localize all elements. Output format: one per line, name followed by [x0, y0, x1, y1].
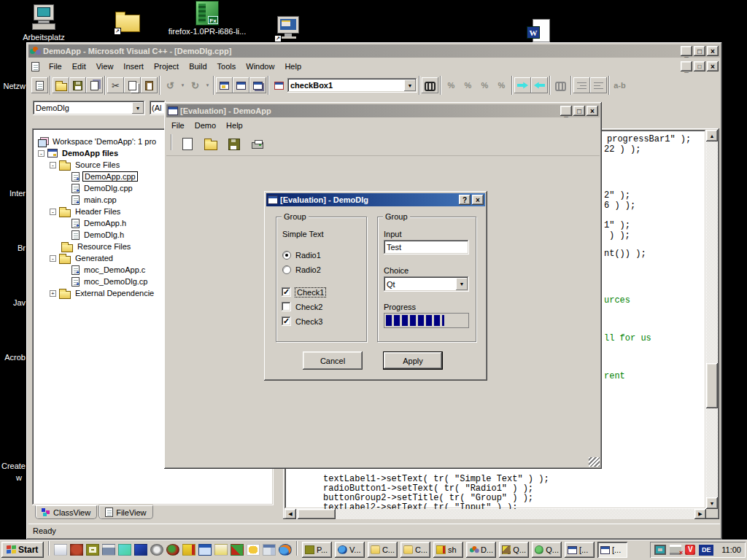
trace-into-button[interactable]: % [443, 77, 460, 93]
radio-button-icon[interactable] [282, 251, 291, 260]
undo-dropdown[interactable]: ▼ [179, 77, 187, 93]
menu-view[interactable]: View [91, 61, 119, 71]
wizard-member-combo[interactable]: checkBox1 ▼ [287, 78, 417, 93]
members-combo[interactable]: (Al [150, 101, 166, 115]
desktop-label-w[interactable]: w [0, 473, 22, 482]
input-field[interactable] [384, 240, 469, 254]
combo-dropdown-button[interactable]: ▼ [456, 278, 468, 290]
taskbar-window-q1[interactable]: Q... [499, 542, 529, 558]
undo-button[interactable]: ↺ [162, 77, 179, 93]
editor-horizontal-scrollbar[interactable]: ◀ ▶ [285, 509, 706, 519]
tree-item-main-cpp[interactable]: main.cpp [71, 194, 118, 206]
menu-file[interactable]: File [166, 120, 190, 131]
class-combo[interactable]: DemoDlg ▼ [33, 101, 145, 115]
taskbar-window-d[interactable]: D... [466, 542, 496, 558]
browser-globe-icon[interactable] [279, 544, 292, 556]
tree-expander[interactable]: - [50, 162, 56, 168]
main-title-bar[interactable]: DemoApp - Microsoft Visual C++ - [DemoDl… [28, 44, 720, 58]
firefox-installer-icon[interactable]: Fx [194, 1, 220, 27]
wizard-bar-icon[interactable] [271, 77, 287, 93]
spreadsheet-icon[interactable] [263, 544, 276, 556]
menu-project[interactable]: Project [149, 61, 184, 71]
desktop-label-acrob[interactable]: Acrob [0, 353, 26, 362]
run-to-cursor-button[interactable]: % [493, 77, 510, 93]
check2-option[interactable]: Check2 [282, 302, 322, 311]
close-button[interactable]: × [587, 106, 598, 116]
maximize-button[interactable]: □ [694, 46, 705, 56]
cut-button[interactable]: ✂ [107, 77, 124, 93]
taskbar-window-sh[interactable]: sh [433, 542, 463, 558]
apply-button[interactable]: Apply [383, 351, 443, 370]
checkbox-icon[interactable]: ✓ [282, 316, 291, 326]
scroll-down-button[interactable]: ▼ [706, 497, 718, 509]
taskbar-window-q2[interactable]: Q... [532, 542, 562, 558]
dark-globe-icon[interactable] [166, 544, 179, 556]
tree-expander[interactable]: + [50, 290, 56, 297]
tree-item-moc-demoapp[interactable]: moc_DemoApp.c [71, 264, 147, 276]
combo-dropdown-button[interactable]: ▼ [404, 79, 416, 91]
tree-item-demodlg-h[interactable]: DemoDlg.h [71, 229, 125, 241]
desktop-label-create[interactable]: Create [0, 462, 26, 470]
menu-window[interactable]: Window [241, 61, 279, 71]
tab-classview[interactable]: ClassView [35, 505, 97, 519]
maximize-button[interactable]: □ [573, 106, 585, 116]
menu-build[interactable]: Build [184, 61, 212, 71]
taskbar-window-p[interactable]: P... [302, 542, 332, 558]
tree-expander[interactable]: - [38, 150, 44, 157]
fish-icon[interactable] [247, 544, 260, 556]
tree-item-header-files[interactable]: -Header Files [50, 206, 122, 217]
tree-item-generated[interactable]: -Generated [50, 252, 115, 264]
desktop-label-jav[interactable]: Jav [0, 298, 26, 307]
mdi-document-icon[interactable] [31, 62, 39, 71]
save-button[interactable] [69, 77, 86, 93]
tree-item-moc-demodlg[interactable]: moc_DemoDlg.cp [71, 276, 149, 287]
my-computer-label[interactable]: Arbeitsplatz [13, 33, 74, 42]
step-over-button[interactable]: % [460, 77, 476, 93]
help-button[interactable]: ? [459, 195, 471, 205]
tree-item-external-dependencies[interactable]: +External Dependencie [50, 287, 155, 299]
network-computer-icon[interactable] [654, 545, 666, 555]
radio1-option[interactable]: Radio1 [282, 251, 321, 260]
radio-button-icon[interactable] [282, 265, 291, 274]
cancel-button[interactable]: Cancel [303, 351, 363, 370]
output-pane-button[interactable] [233, 77, 249, 93]
new-document-button[interactable] [178, 135, 197, 154]
minimize-button[interactable]: _ [681, 46, 692, 56]
system-window-icon[interactable] [102, 544, 115, 556]
tab-fileview[interactable]: FileView [98, 505, 152, 519]
horizontal-scroll-thumb[interactable] [298, 509, 336, 519]
save-all-button[interactable] [86, 77, 103, 93]
menu-insert[interactable]: Insert [118, 61, 149, 71]
close-button[interactable]: × [472, 195, 484, 205]
red-cross-app-icon[interactable] [231, 544, 244, 556]
minimize-button[interactable]: _ [560, 106, 572, 116]
tree-expander[interactable]: - [50, 209, 56, 215]
open-file-button[interactable] [53, 77, 69, 93]
redo-button[interactable]: ↻ [187, 77, 204, 93]
tree-item-workspace[interactable]: Workspace 'DemoApp': 1 pro [38, 136, 158, 147]
desktop-label-br[interactable]: Br [0, 244, 26, 252]
checkbox-icon[interactable]: ✓ [282, 287, 291, 297]
language-indicator[interactable]: DE [699, 545, 713, 556]
radio2-option[interactable]: Radio2 [282, 265, 321, 274]
taskbar-window-8[interactable]: [... [565, 542, 595, 558]
mdi-restore-button[interactable]: □ [694, 61, 705, 71]
editor-vertical-scrollbar[interactable]: ▲ ▼ [706, 130, 718, 509]
blue-app-icon-1[interactable] [118, 544, 131, 556]
save-document-button[interactable] [225, 135, 244, 154]
antivirus-shield-icon[interactable]: V [685, 545, 695, 555]
taskbar-window-c1[interactable]: C... [368, 542, 398, 558]
desktop-label-inter[interactable]: Inter [0, 189, 26, 198]
my-computer-icon[interactable] [31, 3, 57, 32]
checkbox-icon[interactable] [282, 302, 291, 311]
open-document-button[interactable] [201, 135, 220, 154]
outdent-button[interactable] [590, 77, 607, 93]
mdi-close-button[interactable]: × [707, 61, 719, 71]
tree-item-demoapp-files[interactable]: -DemoApp files [38, 147, 120, 159]
tree-item-demodlg-cpp[interactable]: DemoDlg.cpp [71, 182, 134, 194]
display-shortcut-icon[interactable]: ↗ [276, 16, 302, 41]
firefox-installer-label[interactable]: firefox-1.0PR-i686-li... [162, 27, 252, 36]
red-app-icon[interactable] [70, 544, 83, 556]
copy-button[interactable] [124, 77, 141, 93]
scroll-up-button[interactable]: ▲ [706, 130, 718, 141]
